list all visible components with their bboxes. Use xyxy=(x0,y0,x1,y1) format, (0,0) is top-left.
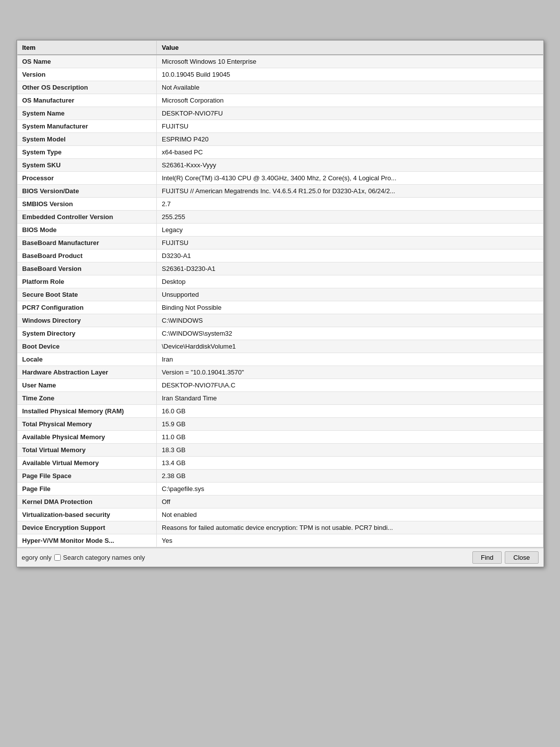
row-value: 15.9 GB xyxy=(157,418,543,431)
row-value: 255.255 xyxy=(157,211,543,224)
row-item: Virtualization-based security xyxy=(17,508,157,521)
table-row: BaseBoard VersionS26361-D3230-A1 xyxy=(17,262,543,275)
row-item: SMBIOS Version xyxy=(17,198,157,211)
row-item: OS Manufacturer xyxy=(17,94,157,107)
row-value: x64-based PC xyxy=(157,146,543,159)
row-value: S26361-Kxxx-Vyyy xyxy=(157,159,543,172)
row-value: Iran Standard Time xyxy=(157,392,543,405)
row-item: Platform Role xyxy=(17,275,157,288)
search-category-label[interactable]: Search category names only xyxy=(54,554,145,561)
row-value: FUJITSU xyxy=(157,120,543,133)
row-value: 11.0 GB xyxy=(157,431,543,444)
row-item: Secure Boot State xyxy=(17,288,157,301)
table-row: System Typex64-based PC xyxy=(17,146,543,159)
row-value: Microsoft Windows 10 Enterprise xyxy=(157,55,543,68)
find-button[interactable]: Find xyxy=(472,551,502,564)
table-row: Page File Space2.38 GB xyxy=(17,470,543,483)
table-header-row: Item Value xyxy=(17,41,543,55)
row-value: Not enabled xyxy=(157,508,543,521)
row-item: BIOS Mode xyxy=(17,224,157,237)
footer-bar: egory only Search category names only Fi… xyxy=(17,548,544,567)
row-item: Page File xyxy=(17,483,157,496)
table-row: Device Encryption SupportReasons for fai… xyxy=(17,521,543,534)
row-item: System Directory xyxy=(17,327,157,340)
row-item: Windows Directory xyxy=(17,314,157,327)
table-row: System NameDESKTOP-NVIO7FU xyxy=(17,107,543,120)
row-value: S26361-D3230-A1 xyxy=(157,262,543,275)
row-value: Microsoft Corporation xyxy=(157,94,543,107)
row-item: BaseBoard Version xyxy=(17,262,157,275)
table-row: ProcessorIntel(R) Core(TM) i3-4130 CPU @… xyxy=(17,172,543,185)
row-item: BaseBoard Manufacturer xyxy=(17,237,157,249)
footer-left: egory only Search category names only xyxy=(22,554,145,561)
table-row: Version10.0.19045 Build 19045 xyxy=(17,68,543,81)
row-item: Available Virtual Memory xyxy=(17,457,157,470)
search-category-checkbox[interactable] xyxy=(54,554,61,561)
row-value: Unsupported xyxy=(157,288,543,301)
row-value: 13.4 GB xyxy=(157,457,543,470)
table-row: Total Virtual Memory18.3 GB xyxy=(17,444,543,457)
table-row: Platform RoleDesktop xyxy=(17,275,543,288)
table-row: Available Virtual Memory13.4 GB xyxy=(17,457,543,470)
row-item: Kernel DMA Protection xyxy=(17,496,157,508)
table-row: Installed Physical Memory (RAM)16.0 GB xyxy=(17,405,543,418)
col-value-header: Value xyxy=(157,41,543,55)
row-value: C:\WINDOWS\system32 xyxy=(157,327,543,340)
table-row: Kernel DMA ProtectionOff xyxy=(17,496,543,508)
table-row: Embedded Controller Version255.255 xyxy=(17,211,543,224)
row-value: Iran xyxy=(157,353,543,366)
row-item: Hyper-V/VM Monitor Mode S... xyxy=(17,534,157,547)
close-button[interactable]: Close xyxy=(505,551,538,564)
table-row: LocaleIran xyxy=(17,353,543,366)
row-value: ESPRIMO P420 xyxy=(157,133,543,146)
row-value: C:\pagefile.sys xyxy=(157,483,543,496)
table-row: PCR7 ConfigurationBinding Not Possible xyxy=(17,301,543,314)
row-item: System Model xyxy=(17,133,157,146)
row-value: Desktop xyxy=(157,275,543,288)
row-item: BaseBoard Product xyxy=(17,249,157,262)
table-row: Hardware Abstraction LayerVersion = "10.… xyxy=(17,366,543,379)
row-item: BIOS Version/Date xyxy=(17,185,157,198)
category-only-label: egory only xyxy=(22,554,52,561)
table-row: User NameDESKTOP-NVIO7FU\A.C xyxy=(17,379,543,392)
row-value: D3230-A1 xyxy=(157,249,543,262)
table-row: BIOS ModeLegacy xyxy=(17,224,543,237)
row-item: Embedded Controller Version xyxy=(17,211,157,224)
row-value: FUJITSU xyxy=(157,237,543,249)
row-item: OS Name xyxy=(17,55,157,68)
row-item: System Manufacturer xyxy=(17,120,157,133)
info-table-container: Item Value OS NameMicrosoft Windows 10 E… xyxy=(17,40,544,548)
row-item: System SKU xyxy=(17,159,157,172)
table-row: Available Physical Memory11.0 GB xyxy=(17,431,543,444)
table-row: Windows DirectoryC:\WINDOWS xyxy=(17,314,543,327)
table-row: Other OS DescriptionNot Available xyxy=(17,81,543,94)
table-row: System SKUS26361-Kxxx-Vyyy xyxy=(17,159,543,172)
table-row: BaseBoard ProductD3230-A1 xyxy=(17,249,543,262)
table-row: System ManufacturerFUJITSU xyxy=(17,120,543,133)
row-value: 10.0.19045 Build 19045 xyxy=(157,68,543,81)
table-row: Page FileC:\pagefile.sys xyxy=(17,483,543,496)
row-item: Total Physical Memory xyxy=(17,418,157,431)
table-row: Hyper-V/VM Monitor Mode S...Yes xyxy=(17,534,543,547)
row-value: Binding Not Possible xyxy=(157,301,543,314)
row-item: Total Virtual Memory xyxy=(17,444,157,457)
row-value: Intel(R) Core(TM) i3-4130 CPU @ 3.40GHz,… xyxy=(157,172,543,185)
row-item: Device Encryption Support xyxy=(17,521,157,534)
row-value: 2.38 GB xyxy=(157,470,543,483)
table-row: System ModelESPRIMO P420 xyxy=(17,133,543,146)
row-value: 18.3 GB xyxy=(157,444,543,457)
table-row: Time ZoneIran Standard Time xyxy=(17,392,543,405)
row-value: 16.0 GB xyxy=(157,405,543,418)
row-value: FUJITSU // American Megatrends Inc. V4.6… xyxy=(157,185,543,198)
row-item: Installed Physical Memory (RAM) xyxy=(17,405,157,418)
row-item: Available Physical Memory xyxy=(17,431,157,444)
row-item: Boot Device xyxy=(17,340,157,353)
row-value: 2.7 xyxy=(157,198,543,211)
row-item: Version xyxy=(17,68,157,81)
row-value: C:\WINDOWS xyxy=(157,314,543,327)
row-item: Time Zone xyxy=(17,392,157,405)
row-item: Processor xyxy=(17,172,157,185)
table-row: System DirectoryC:\WINDOWS\system32 xyxy=(17,327,543,340)
table-row: OS ManufacturerMicrosoft Corporation xyxy=(17,94,543,107)
row-item: PCR7 Configuration xyxy=(17,301,157,314)
